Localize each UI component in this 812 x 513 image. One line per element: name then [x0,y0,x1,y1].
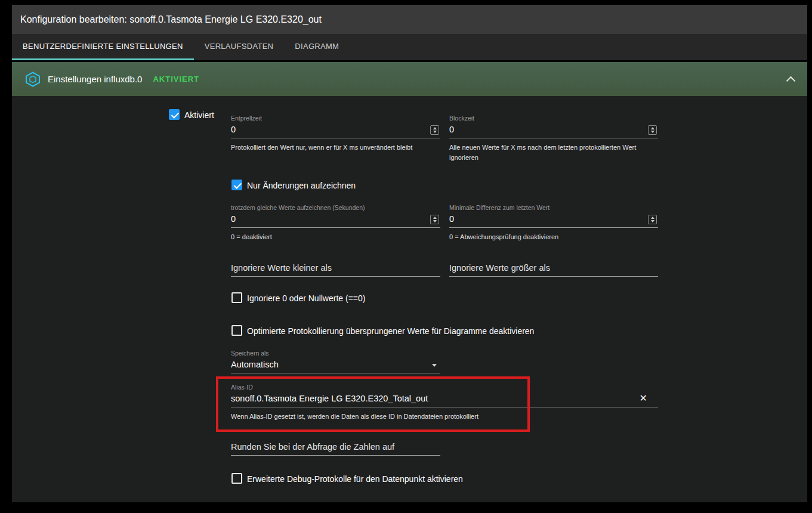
ignoriere-groesser-field: Ignoriere Werte größer als [449,262,658,277]
blockzeit-field: Blockzeit 0 Alle neuen Werte für X ms na… [449,115,658,163]
alias-id-value: sonoff.0.Tasmota Energie LG E320.E320_To… [231,394,428,403]
dropdown-caret-icon[interactable] [432,364,437,367]
tab-benutzerdefinierte-einstellungen[interactable]: BENUTZERDEFINIERTE EINSTELLUNGEN [12,34,194,60]
entprellzeit-label: Entprellzeit [231,115,440,122]
chevron-up-icon[interactable] [786,76,796,85]
speichern-als-label: Speichern als [231,350,440,357]
spinner-down-icon[interactable] [651,131,654,133]
min-differenz-value: 0 [449,214,454,224]
gleiche-werte-input[interactable]: 0 [231,211,440,228]
entprellzeit-input[interactable]: 0 [231,122,440,138]
spinner-up-icon[interactable] [651,127,654,129]
nur-aenderungen-checkbox[interactable] [231,180,242,190]
min-differenz-stepper[interactable] [648,215,657,224]
adapter-title: Einstellungen influxdb.0 [48,74,142,84]
tab-diagramm[interactable]: DIAGRAMM [284,34,350,60]
spinner-up-icon[interactable] [433,217,437,219]
ignoriere-null-label[interactable]: Ignoriere 0 oder Nullwerte (==0) [247,293,365,304]
dialog-title: Konfiguration bearbeiten: sonoff.0.Tasmo… [20,14,322,24]
tabbar: BENUTZERDEFINIERTE EINSTELLUNGEN VERLAUF… [12,34,807,60]
optimierte-protokollierung-checkbox[interactable] [231,325,242,336]
blockzeit-stepper[interactable] [648,125,657,135]
ignoriere-kleiner-field: Ignoriere Werte kleiner als [231,262,440,277]
spinner-up-icon[interactable] [651,217,654,219]
alias-id-label: Alias-ID [231,384,658,391]
blockzeit-input[interactable]: 0 [449,122,658,138]
screen: Konfiguration bearbeiten: sonoff.0.Tasmo… [0,0,812,513]
entprellzeit-stepper[interactable] [430,125,439,135]
speichern-als-value: Automatisch [231,360,279,369]
blockzeit-label: Blockzeit [449,115,658,122]
spinner-down-icon[interactable] [433,131,437,133]
gleiche-werte-helper: 0 = deaktiviert [231,232,440,242]
clear-icon[interactable]: ✕ [640,394,647,403]
min-differenz-input[interactable]: 0 [449,211,658,228]
optimierte-protokollierung-label[interactable]: Optimierte Protokollierung übersprungene… [247,326,534,336]
ignoriere-groesser-input[interactable]: Ignoriere Werte größer als [449,262,658,277]
debug-checkbox[interactable] [231,473,242,484]
spinner-down-icon[interactable] [433,220,437,222]
nur-aenderungen-label[interactable]: Nur Änderungen aufzeichnen [247,180,356,191]
gleiche-werte-value: 0 [231,214,236,224]
runden-placeholder: Runden Sie bei der Abfrage die Zahlen au… [231,442,394,452]
min-differenz-label: Minimale Differenz zum letzten Wert [449,204,658,211]
ignoriere-groesser-placeholder: Ignoriere Werte größer als [449,263,550,273]
spinner-up-icon[interactable] [433,127,437,129]
min-differenz-helper: 0 = Abweichungsprüfung deaktivieren [449,232,658,242]
blockzeit-value: 0 [449,125,454,134]
speichern-als-select[interactable]: Automatisch [231,357,440,373]
alias-id-input[interactable]: sonoff.0.Tasmota Energie LG E320.E320_To… [231,391,658,407]
runden-input[interactable]: Runden Sie bei der Abfrage die Zahlen au… [231,441,440,456]
ignoriere-kleiner-input[interactable]: Ignoriere Werte kleiner als [231,262,440,277]
tab-verlaufsdaten[interactable]: VERLAUFSDATEN [194,34,285,60]
runden-field: Runden Sie bei der Abfrage die Zahlen au… [231,441,440,456]
ignoriere-kleiner-placeholder: Ignoriere Werte kleiner als [231,263,332,273]
blockzeit-helper: Alle neuen Werte für X ms nach dem letzt… [449,143,658,163]
speichern-als-field: Speichern als Automatisch [231,350,440,373]
gleiche-werte-field: trotzdem gleiche Werte aufzeichnen (Seku… [231,204,440,242]
gleiche-werte-stepper[interactable] [430,215,439,224]
alias-id-helper: Wenn Alias-ID gesetzt ist, werden die Da… [231,412,658,422]
debug-label[interactable]: Erweiterte Debug-Protokolle für den Date… [247,474,463,484]
gleiche-werte-label: trotzdem gleiche Werte aufzeichnen (Seku… [231,204,440,211]
adapter-header: Einstellungen influxdb.0 AKTIVIERT [12,62,807,96]
influxdb-icon [25,72,41,87]
dialog-titlebar: Konfiguration bearbeiten: sonoff.0.Tasmo… [12,5,807,34]
ignoriere-null-checkbox[interactable] [231,292,242,303]
adapter-status-badge: AKTIVIERT [153,75,199,84]
alias-id-field: Alias-ID sonoff.0.Tasmota Energie LG E32… [231,384,658,422]
aktiviert-checkbox[interactable] [169,109,180,120]
min-differenz-field: Minimale Differenz zum letzten Wert 0 0 … [449,204,658,242]
entprellzeit-field: Entprellzeit 0 Protokolliert den Wert nu… [231,115,440,153]
entprellzeit-value: 0 [231,125,236,134]
entprellzeit-helper: Protokolliert den Wert nur, wenn er für … [231,143,440,153]
aktiviert-label[interactable]: Aktiviert [184,110,214,120]
spinner-down-icon[interactable] [651,220,654,222]
